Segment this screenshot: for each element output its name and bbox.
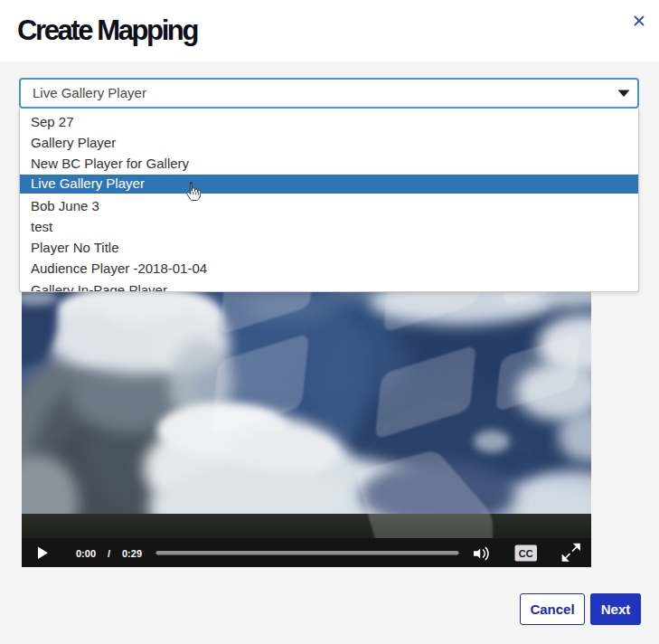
svg-text:/: / — [108, 548, 110, 559]
svg-text:0:29: 0:29 — [122, 548, 142, 559]
svg-text:0:00: 0:00 — [76, 548, 96, 559]
svg-text:CC: CC — [519, 548, 533, 559]
